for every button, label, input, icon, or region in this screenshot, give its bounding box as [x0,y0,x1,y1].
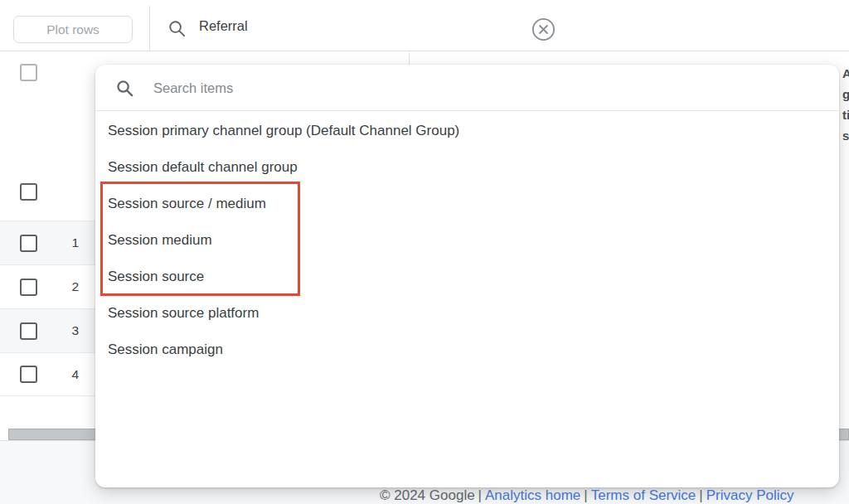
dimension-item-session-campaign[interactable]: Session campaign [95,332,839,368]
row-checkbox[interactable] [20,279,37,296]
ga-explore-screen: Plot rows Referral 1 2 [0,0,849,504]
dimension-item-session-primary-channel-group[interactable]: Session primary channel group (Default C… [95,113,839,149]
search-items-input[interactable]: Search items [153,65,233,111]
row-checkbox[interactable] [20,235,37,252]
footer-separator: | [580,487,590,503]
cutoff-column-header-line: A [842,66,849,80]
privacy-policy-link[interactable]: Privacy Policy [706,487,794,503]
totals-row-checkbox[interactable] [20,183,37,201]
footer-separator: | [696,487,706,503]
dimension-item-session-medium[interactable]: Session medium [95,222,839,259]
cutoff-column-header-line: ti [842,108,849,122]
dimension-item-session-source-platform[interactable]: Session source platform [95,295,839,332]
plot-rows-button[interactable]: Plot rows [13,16,133,43]
row-checkbox[interactable] [20,322,37,340]
table-row[interactable]: 1 [0,220,96,264]
dimension-list: Session primary channel group (Default C… [95,113,839,368]
row-number: 1 [50,235,79,250]
footer-separator: | [475,487,485,503]
table-column-divider [409,52,410,65]
table-row[interactable]: 2 [0,264,96,308]
toolbar-divider [149,6,150,51]
analytics-home-link[interactable]: Analytics home [485,487,580,503]
circle-x-icon[interactable] [531,17,555,41]
dimension-item-session-source[interactable]: Session source [95,259,839,295]
page-footer: © 2024 Google|Analytics home|Terms of Se… [380,487,794,504]
cutoff-column-header-line: g [842,87,849,101]
terms-of-service-link[interactable]: Terms of Service [591,487,696,503]
copyright-text: © 2024 Google [380,487,475,503]
dimension-item-session-source-medium[interactable]: Session source / medium [95,186,839,222]
table-row[interactable]: 3 [0,308,96,352]
table-search-input[interactable]: Referral [199,0,248,51]
search-icon [115,79,134,98]
table-toolbar: Plot rows Referral [0,0,849,51]
cutoff-column-header-line: s [842,128,849,143]
row-checkbox[interactable] [20,366,37,383]
row-number: 2 [50,279,79,294]
row-number: 4 [50,367,79,382]
table-row[interactable]: 4 [0,352,96,396]
dimension-picker-panel: Search items Session primary channel gro… [95,65,839,487]
search-icon [167,19,187,38]
row-number: 3 [50,323,79,338]
select-all-checkbox[interactable] [20,64,37,81]
panel-search-row[interactable]: Search items [95,65,839,111]
dimension-item-session-default-channel-group[interactable]: Session default channel group [95,149,839,186]
table-rows: 1 2 3 4 [0,220,96,396]
